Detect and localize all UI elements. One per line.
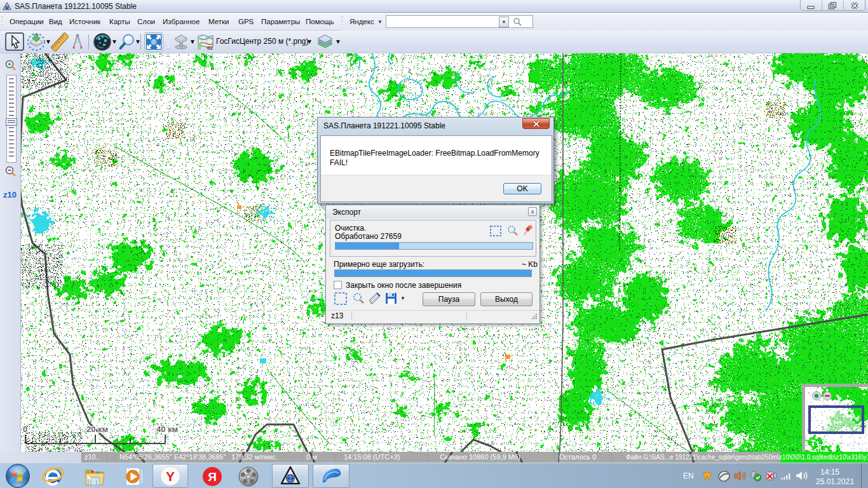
svg-text:02: 02 bbox=[207, 45, 213, 51]
svg-text:0: 0 bbox=[23, 424, 27, 434]
svg-text:20 км: 20 км bbox=[86, 424, 108, 434]
svg-text:Y: Y bbox=[166, 469, 175, 484]
svg-text:Я: Я bbox=[208, 470, 217, 484]
svg-text:40 км: 40 км bbox=[156, 424, 178, 434]
